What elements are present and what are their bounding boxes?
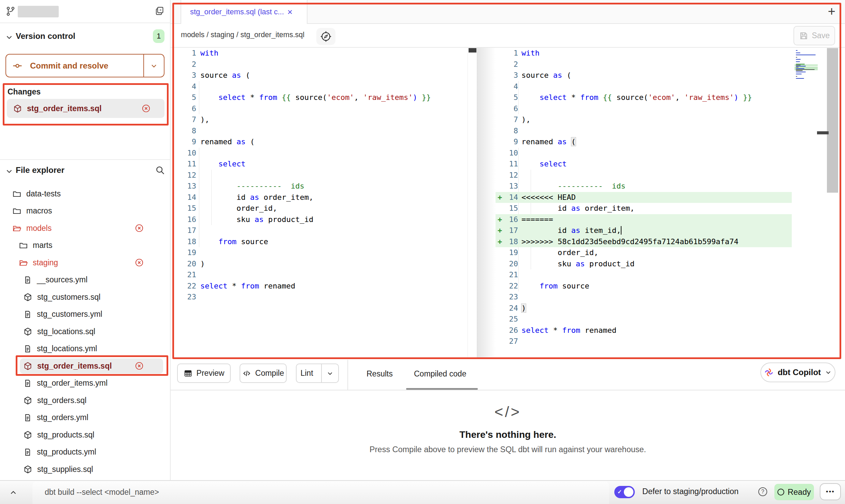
code-line[interactable]: 4 bbox=[175, 81, 476, 92]
code-line[interactable]: 20) bbox=[175, 258, 476, 270]
code-line[interactable]: 11 select bbox=[175, 159, 476, 170]
code-line[interactable]: 19 order_id, bbox=[496, 247, 827, 258]
tab-stg-order-items[interactable]: stg_order_items.sql (last c... × bbox=[181, 0, 307, 24]
code-line[interactable]: +17 id as item_id, bbox=[496, 225, 827, 236]
file-row-stg-customers-sql[interactable]: stg_customers.sql bbox=[0, 288, 171, 306]
code-line[interactable]: 21 bbox=[175, 269, 476, 281]
tab-results[interactable]: Results bbox=[367, 369, 393, 379]
discard-change-icon[interactable] bbox=[141, 104, 149, 113]
discard-change-icon[interactable] bbox=[134, 258, 144, 267]
code-line[interactable]: 5 select * from {{ source('ecom', 'raw_i… bbox=[175, 92, 476, 103]
copy-icon[interactable] bbox=[154, 5, 165, 16]
code-line[interactable]: 10 bbox=[175, 148, 476, 159]
code-line[interactable]: 23 bbox=[175, 292, 476, 303]
code-line[interactable]: 24) bbox=[496, 303, 827, 314]
file-row-stg-customers-yml[interactable]: stg_customers.yml bbox=[0, 306, 171, 323]
file-row-models[interactable]: models bbox=[0, 220, 171, 237]
file-row-macros[interactable]: macros bbox=[0, 203, 171, 220]
version-control-title[interactable]: Version control bbox=[16, 31, 75, 41]
code-line[interactable]: 21 bbox=[496, 269, 827, 281]
code-line[interactable]: 13 ---------- ids bbox=[496, 181, 827, 192]
preview-button[interactable]: Preview bbox=[177, 364, 231, 383]
code-line[interactable]: 22select * from renamed bbox=[175, 281, 476, 292]
file-row-stg-order-items-yml[interactable]: stg_order_items.yml bbox=[0, 375, 171, 392]
defer-toggle[interactable]: ✓ bbox=[614, 486, 635, 498]
code-line[interactable]: 11 select bbox=[496, 159, 827, 170]
code-line[interactable]: 25 bbox=[496, 314, 827, 325]
lint-button[interactable]: Lint bbox=[296, 364, 339, 383]
code-line[interactable]: 22 from source bbox=[496, 281, 827, 292]
save-button[interactable]: Save bbox=[793, 26, 835, 45]
chevron-down-icon[interactable] bbox=[5, 33, 14, 42]
code-line[interactable]: 4 bbox=[496, 81, 827, 92]
search-icon[interactable] bbox=[155, 165, 165, 175]
commit-options-dropdown[interactable] bbox=[143, 55, 164, 77]
code-line[interactable]: 5 select * from {{ source('ecom', 'raw_i… bbox=[496, 92, 827, 103]
scrollbar-thumb[interactable] bbox=[827, 48, 838, 193]
code-line[interactable]: 17 bbox=[175, 225, 476, 236]
scrollbar-thumb[interactable] bbox=[469, 48, 476, 53]
code-line[interactable]: 8 bbox=[175, 125, 476, 137]
file-row-marts[interactable]: marts bbox=[0, 237, 171, 254]
new-tab-button[interactable]: + bbox=[828, 4, 835, 19]
code-line[interactable]: 2 bbox=[175, 59, 476, 70]
code-line[interactable]: 8 bbox=[496, 125, 827, 137]
code-line[interactable]: 19 bbox=[175, 247, 476, 258]
code-line[interactable]: 13 ---------- ids bbox=[175, 181, 476, 192]
code-line[interactable]: 15 id as order_item, bbox=[496, 203, 827, 214]
connection-status-badge[interactable]: Ready bbox=[774, 484, 814, 500]
file-row-data-tests[interactable]: data-tests bbox=[0, 185, 171, 203]
file-row-stg-orders-yml[interactable]: stg_orders.yml bbox=[0, 409, 171, 427]
code-line[interactable]: 3source as ( bbox=[175, 70, 476, 81]
lint-label[interactable]: Lint bbox=[297, 364, 317, 382]
code-line[interactable]: 3source as ( bbox=[496, 70, 827, 81]
editor-pane-current[interactable]: 1with23source as (45 select * from {{ so… bbox=[496, 48, 827, 359]
breadcrumb[interactable]: models / staging / stg_order_items.sql bbox=[181, 31, 304, 39]
file-row-staging[interactable]: staging bbox=[0, 254, 171, 271]
code-line[interactable]: 7), bbox=[175, 114, 476, 125]
close-icon[interactable]: × bbox=[287, 7, 292, 17]
file-row-stg-products-sql[interactable]: stg_products.sql bbox=[0, 426, 171, 444]
compile-button[interactable]: Compile bbox=[240, 364, 287, 383]
chevron-up-icon[interactable] bbox=[9, 488, 18, 497]
overflow-menu-button[interactable]: ••• bbox=[820, 483, 841, 500]
code-line[interactable]: 26select * from renamed bbox=[496, 325, 827, 336]
code-line[interactable]: 20 sku as product_id bbox=[496, 258, 827, 270]
commit-and-resolve-button[interactable]: Commit and resolve bbox=[5, 54, 164, 77]
code-line[interactable]: 14 id as order_item, bbox=[175, 192, 476, 203]
code-line[interactable]: 18 from source bbox=[175, 236, 476, 248]
code-line[interactable]: 9renamed as ( bbox=[496, 136, 827, 148]
file-row-stg-locations-sql[interactable]: stg_locations.sql bbox=[0, 323, 171, 340]
code-line[interactable]: 1with bbox=[175, 48, 476, 59]
code-line[interactable]: 12 bbox=[175, 170, 476, 181]
minimap[interactable] bbox=[796, 50, 818, 80]
file-row--sources-yml[interactable]: __sources.yml bbox=[0, 271, 171, 289]
code-line[interactable]: 16 sku as product_id bbox=[175, 214, 476, 225]
file-row-stg-supplies-sql[interactable]: stg_supplies.sql bbox=[0, 461, 171, 478]
code-line[interactable]: 10 bbox=[496, 148, 827, 159]
compass-orb-icon[interactable] bbox=[316, 28, 335, 45]
code-line[interactable]: 27 bbox=[496, 336, 827, 347]
code-line[interactable]: +18>>>>>>> 58c1dd23d5eebd9cd2495fa7124ab… bbox=[496, 236, 827, 248]
code-line[interactable]: 23 bbox=[496, 292, 827, 303]
lint-options-dropdown[interactable] bbox=[321, 364, 338, 382]
discard-change-icon[interactable] bbox=[134, 223, 144, 233]
file-explorer-title[interactable]: File explorer bbox=[16, 165, 65, 175]
code-line[interactable]: +14<<<<<<< HEAD bbox=[496, 192, 827, 203]
discard-change-icon[interactable] bbox=[134, 361, 144, 371]
code-line[interactable]: 12 bbox=[496, 170, 827, 181]
code-line[interactable]: 6 bbox=[175, 103, 476, 115]
file-row-stg-products-yml[interactable]: stg_products.yml bbox=[0, 444, 171, 461]
code-line[interactable]: 6 bbox=[496, 103, 827, 115]
file-row-stg-order-items-sql[interactable]: stg_order_items.sql bbox=[0, 357, 171, 375]
code-line[interactable]: 2 bbox=[496, 59, 827, 70]
chevron-down-icon[interactable] bbox=[5, 167, 14, 176]
editor-pane-original[interactable]: 1with23source as (45 select * from {{ so… bbox=[175, 48, 476, 359]
dbt-copilot-button[interactable]: dbt Copilot bbox=[760, 362, 835, 382]
file-row-stg-locations-yml[interactable]: stg_locations.yml bbox=[0, 340, 171, 358]
file-row-stg-orders-sql[interactable]: stg_orders.sql bbox=[0, 392, 171, 409]
code-line[interactable]: 15 order_id, bbox=[175, 203, 476, 214]
tab-compiled-code[interactable]: Compiled code bbox=[414, 369, 466, 379]
code-line[interactable]: 9renamed as ( bbox=[175, 136, 476, 148]
code-line[interactable]: +16======= bbox=[496, 214, 827, 225]
